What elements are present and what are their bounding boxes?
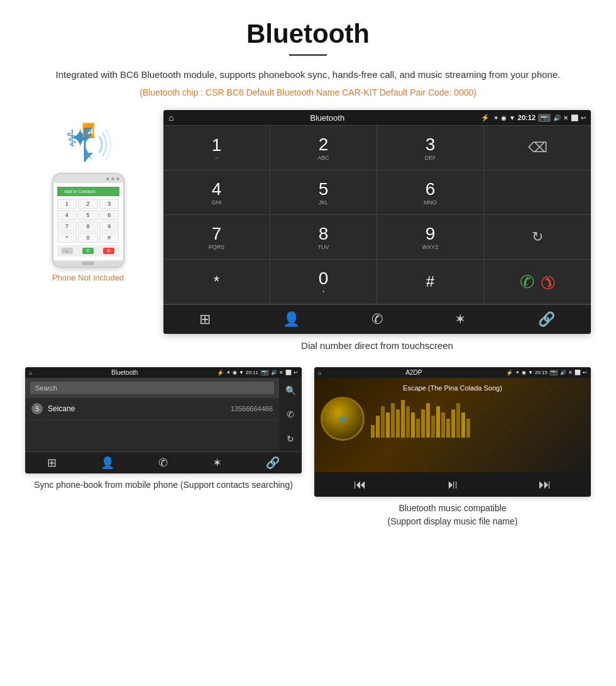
- pb-toolbar-link[interactable]: 🔗: [266, 456, 280, 470]
- location-icon: ◉: [501, 114, 507, 121]
- call-green-icon[interactable]: ✆: [520, 272, 534, 292]
- phone-key-5[interactable]: 5: [78, 210, 98, 220]
- contact-name: Seicane: [48, 404, 226, 413]
- main-screen-caption: Dial number direct from touchscreen: [163, 334, 591, 361]
- close-icon[interactable]: ✕: [563, 114, 568, 121]
- toolbar-bluetooth-icon[interactable]: ✶: [454, 311, 466, 328]
- phone-key-star[interactable]: *: [57, 233, 77, 243]
- pb-wifi-icon: ▼: [239, 370, 244, 375]
- phone-key-0[interactable]: 0: [78, 233, 98, 243]
- eq-bar-0: [371, 425, 375, 438]
- pb-home-icon[interactable]: ⌂: [29, 370, 32, 376]
- pb-usb-icon: ⚡: [217, 370, 224, 376]
- eq-bar-15: [446, 419, 450, 438]
- mu-usb-icon: ⚡: [506, 370, 513, 376]
- mu-vol-icon: 🔊: [560, 370, 566, 375]
- key-1[interactable]: 1▫▫: [163, 126, 270, 170]
- key-4[interactable]: 4GHI: [163, 170, 270, 215]
- pb-search-btn[interactable]: 🔍: [285, 385, 296, 396]
- phonebook-list-area: Search S Seicane 13566664466: [25, 378, 279, 451]
- phonebook-caption: Sync phone-book from mobile phone (Suppo…: [28, 473, 299, 492]
- phone-home-button[interactable]: [82, 262, 94, 265]
- phone-key-1[interactable]: 1: [57, 199, 77, 209]
- status-icons: ✶ ◉ ▼ 20:12 📷 🔊 ✕ ⬜ ↩: [493, 114, 586, 122]
- key-2[interactable]: 2ABC: [270, 126, 377, 170]
- screen-title: Bluetooth: [177, 113, 476, 123]
- key-6[interactable]: 6MNO: [377, 170, 484, 215]
- key-7[interactable]: 7PQRS: [163, 215, 270, 260]
- bluetooth-status-icon: ✶: [493, 114, 498, 121]
- wifi-icon: ▼: [509, 114, 515, 121]
- mu-back-icon[interactable]: ↩: [583, 370, 587, 375]
- phonebook-screen: ⌂ Bluetooth ⚡ ✶ ◉ ▼ 20:11 📷 🔊 ✕ ⬜ ↩: [25, 367, 302, 473]
- phone-key-6[interactable]: 6: [99, 210, 119, 220]
- skip-fwd-btn[interactable]: ⏭: [539, 477, 551, 492]
- contact-letter: S: [31, 403, 43, 414]
- pb-toolbar-bt[interactable]: ✶: [212, 456, 222, 470]
- key-sync[interactable]: ↻: [484, 215, 591, 260]
- usb-icon: ⚡: [481, 114, 490, 122]
- skip-back-btn[interactable]: ⏮: [354, 477, 366, 492]
- key-backspace[interactable]: ⌫: [484, 126, 591, 170]
- phone-key-7[interactable]: 7: [57, 221, 77, 231]
- key-call-buttons: ✆ ✆: [484, 260, 591, 304]
- key-hash[interactable]: #: [377, 260, 484, 304]
- window-icon[interactable]: ⬜: [571, 114, 578, 121]
- eq-bar-18: [461, 412, 465, 438]
- page-title: Bluetooth: [38, 19, 578, 49]
- eq-bar-10: [421, 409, 425, 438]
- eq-bar-17: [456, 403, 460, 438]
- play-pause-btn[interactable]: ⏯: [446, 477, 459, 492]
- toolbar-phone-icon[interactable]: ✆: [371, 311, 383, 328]
- key-5[interactable]: 5JKL: [270, 170, 377, 215]
- toolbar-link-icon[interactable]: 🔗: [538, 311, 555, 328]
- search-input[interactable]: Search: [30, 382, 274, 394]
- pb-back-icon[interactable]: ↩: [294, 370, 298, 375]
- key-star[interactable]: *: [163, 260, 270, 304]
- mu-home-icon[interactable]: ⌂: [318, 370, 321, 376]
- phone-top-bar: [53, 174, 123, 183]
- pb-sync-btn[interactable]: ↻: [287, 434, 294, 444]
- pb-cam-icon: 📷: [260, 370, 269, 375]
- phone-call-btn[interactable]: ✆: [82, 248, 94, 254]
- key-9[interactable]: 9WXYZ: [377, 215, 484, 260]
- mu-status-icons: ✶ ◉ ▼ 20:15 📷 🔊 ✕ ⬜ ↩: [515, 370, 587, 375]
- toolbar-contacts-icon[interactable]: 👤: [283, 311, 300, 328]
- eq-bar-14: [441, 412, 445, 438]
- phone-key-hash[interactable]: #: [99, 233, 119, 243]
- eq-bar-16: [451, 409, 455, 438]
- phone-end-btn[interactable]: ✆: [103, 248, 114, 254]
- contact-row[interactable]: S Seicane 13566664466: [25, 398, 279, 420]
- phone-key-8[interactable]: 8: [78, 221, 98, 231]
- phone-key-2[interactable]: 2: [78, 199, 98, 209]
- mu-time: 20:15: [535, 370, 547, 375]
- phone-key-3[interactable]: 3: [99, 199, 119, 209]
- eq-bar-6: [401, 400, 405, 438]
- key-0[interactable]: 0+: [270, 260, 377, 304]
- volume-icon[interactable]: 🔊: [553, 114, 561, 121]
- call-red-icon[interactable]: ✆: [536, 269, 561, 294]
- music-content: Escape (The Pina Colada Song) ♪ ✶: [314, 378, 591, 472]
- pb-toolbar-phone[interactable]: ✆: [158, 456, 168, 470]
- pb-x-icon: ✕: [279, 370, 283, 375]
- main-status-bar: ⌂ Bluetooth ⚡ ✶ ◉ ▼ 20:12 📷 🔊 ✕ ⬜ ↩: [163, 110, 591, 125]
- pb-toolbar-contacts[interactable]: 👤: [101, 456, 114, 470]
- toolbar-keypad-icon[interactable]: ⊞: [199, 311, 211, 328]
- pb-phone-btn[interactable]: ✆: [287, 409, 294, 419]
- key-8[interactable]: 8TUV: [270, 215, 377, 260]
- phone-key-4[interactable]: 4: [57, 210, 77, 220]
- key-3[interactable]: 3DEF: [377, 126, 484, 170]
- eq-bar-8: [411, 412, 415, 438]
- eq-bar-13: [436, 406, 440, 438]
- camera-status-icon[interactable]: 📷: [538, 114, 551, 122]
- album-art: ♪ ✶: [321, 397, 365, 441]
- pb-toolbar-keypad[interactable]: ⊞: [47, 456, 57, 470]
- pb-time: 20:11: [246, 370, 258, 375]
- main-content: ✦ ⚕ 📶: [0, 104, 616, 367]
- home-icon[interactable]: ⌂: [168, 113, 173, 123]
- back-icon[interactable]: ↩: [581, 114, 586, 121]
- album-bt-icon: ✶: [339, 414, 346, 424]
- title-underline: [289, 54, 327, 56]
- phone-key-9[interactable]: 9: [99, 221, 119, 231]
- phonebook-search-bar: Search: [25, 378, 279, 398]
